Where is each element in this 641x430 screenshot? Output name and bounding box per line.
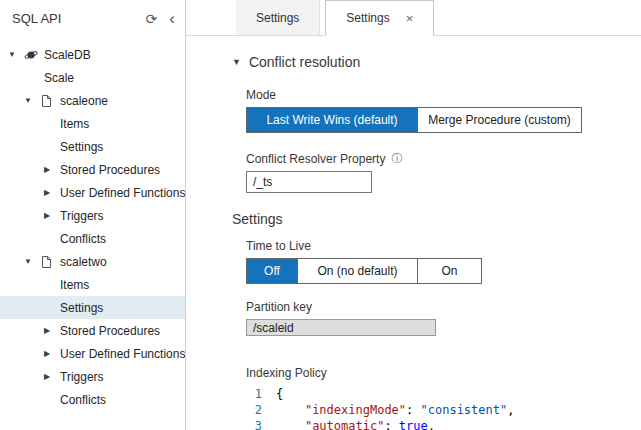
line-number: 1 [246,386,276,402]
tree-node-stored-procedures[interactable]: ▶ Stored Procedures [0,158,185,181]
tab-label: Settings [256,11,299,25]
tree-node-stored-procedures[interactable]: ▶ Stored Procedures [0,319,185,342]
partition-key-label: Partition key [246,300,641,314]
tab-bar: Settings Settings × [186,0,641,36]
code-line: 3 "automatic": true, [246,418,641,430]
tree-node-conflicts[interactable]: Conflicts [0,388,185,411]
chevron-right-icon[interactable]: ▶ [44,326,60,335]
tree-node-settings-selected[interactable]: Settings [0,296,185,319]
code-line: 1 { [246,386,641,402]
collapse-sidebar-icon[interactable]: ‹ [169,10,175,27]
line-number: 2 [246,402,276,418]
ttl-option-on-no-default[interactable]: On (no default) [297,259,417,283]
tree-node-label: User Defined Functions [60,347,185,361]
tree-node-items[interactable]: Items [0,273,185,296]
settings-fields: Time to Live Off On (no default) On Part… [246,239,641,430]
chevron-right-icon[interactable]: ▶ [44,211,60,220]
label-text: Conflict Resolver Property [246,152,385,166]
sidebar: SQL API ⟳ ‹ ▼ ScaleDB Scale ▼ scaleone [0,0,186,430]
indexing-policy-editor[interactable]: 1 { 2 "indexingMode": "consistent", 3 "a… [246,386,641,430]
refresh-icon[interactable]: ⟳ [146,11,158,27]
tree-node-label: Conflicts [60,393,106,407]
tree-node-label: scaleone [60,94,108,108]
tree-node-label: Settings [60,140,103,154]
tab-label: Settings [346,11,389,25]
sidebar-title: SQL API [12,11,146,26]
tree-node-scaledb[interactable]: ▼ ScaleDB [0,43,185,66]
chevron-down-icon: ▼ [232,57,241,67]
tree-node-label: Stored Procedures [60,163,160,177]
tree-node-items[interactable]: Items [0,112,185,135]
tree-node-settings[interactable]: Settings [0,135,185,158]
chevron-down-icon[interactable]: ▼ [24,257,40,266]
ttl-option-off[interactable]: Off [247,259,297,283]
tree-node-scaletwo[interactable]: ▼ scaletwo [0,250,185,273]
chevron-right-icon[interactable]: ▶ [44,349,60,358]
close-icon[interactable]: × [406,12,414,25]
tree-node-label: Items [60,278,89,292]
tree-node-user-defined-functions[interactable]: ▶ User Defined Functions [0,181,185,204]
container-document-icon [40,255,56,269]
tree-node-triggers[interactable]: ▶ Triggers [0,204,185,227]
ttl-option-on[interactable]: On [417,259,481,283]
line-number: 3 [246,418,276,430]
chevron-down-icon[interactable]: ▼ [8,50,24,59]
tree-node-triggers[interactable]: ▶ Triggers [0,365,185,388]
info-icon[interactable]: ⓘ [391,151,402,166]
tree-node-label: User Defined Functions [60,186,185,200]
code-text: "indexingMode": "consistent", [276,402,514,418]
time-to-live-label: Time to Live [246,239,641,253]
settings-section-title: Settings [232,211,641,227]
code-text: "automatic": true, [276,418,435,430]
ttl-toggle-group: Off On (no default) On [246,258,482,284]
partition-key-input: /scaleid [246,319,436,336]
resource-tree: ▼ ScaleDB Scale ▼ scaleone Items S [0,35,185,411]
tree-node-label: Scale [44,71,74,85]
conflict-resolution-fields: Mode Last Write Wins (default) Merge Pro… [246,88,641,193]
tree-node-conflicts[interactable]: Conflicts [0,227,185,250]
settings-pane: ▼ Conflict resolution Mode Last Write Wi… [186,36,641,430]
database-icon [24,48,40,62]
tab-settings-inactive[interactable]: Settings [236,0,320,35]
section-title: Conflict resolution [249,54,360,70]
code-line: 2 "indexingMode": "consistent", [246,402,641,418]
sidebar-header: SQL API ⟳ ‹ [0,0,185,35]
tree-node-user-defined-functions[interactable]: ▶ User Defined Functions [0,342,185,365]
code-text: { [276,386,283,402]
chevron-right-icon[interactable]: ▶ [44,372,60,381]
tree-node-label: Conflicts [60,232,106,246]
chevron-down-icon[interactable]: ▼ [24,96,40,105]
tree-node-scaleone[interactable]: ▼ scaleone [0,89,185,112]
mode-option-merge-procedure[interactable]: Merge Procedure (custom) [417,108,581,132]
conflict-resolution-section-header[interactable]: ▼ Conflict resolution [232,54,641,70]
container-document-icon [40,94,56,108]
main-panel: Settings Settings × ▼ Conflict resolutio… [186,0,641,430]
conflict-resolver-property-label: Conflict Resolver Property ⓘ [246,151,641,166]
chevron-right-icon[interactable]: ▶ [44,188,60,197]
tree-node-label: scaletwo [60,255,107,269]
tree-node-label: Stored Procedures [60,324,160,338]
mode-toggle-group: Last Write Wins (default) Merge Procedur… [246,107,582,133]
data-explorer-window: SQL API ⟳ ‹ ▼ ScaleDB Scale ▼ scaleone [0,0,641,430]
tree-node-scale[interactable]: Scale [0,66,185,89]
mode-label: Mode [246,88,641,102]
tree-node-label: ScaleDB [44,48,91,62]
conflict-resolver-input[interactable] [246,171,372,193]
tree-node-label: Triggers [60,209,104,223]
tree-node-label: Settings [60,301,103,315]
tree-node-label: Triggers [60,370,104,384]
mode-option-last-write-wins[interactable]: Last Write Wins (default) [247,108,417,132]
tab-settings-active[interactable]: Settings × [325,0,434,36]
indexing-policy-label: Indexing Policy [246,366,641,380]
tree-node-label: Items [60,117,89,131]
chevron-right-icon[interactable]: ▶ [44,165,60,174]
